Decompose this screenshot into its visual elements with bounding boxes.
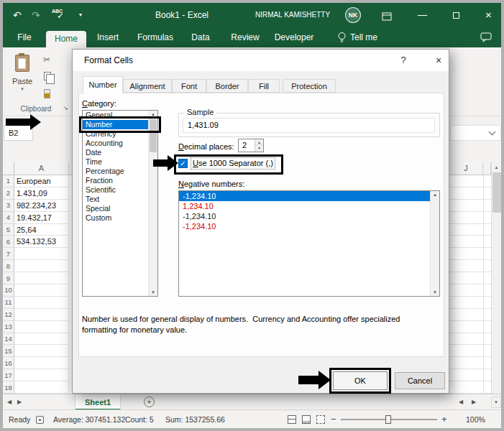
- column-header-j[interactable]: J: [449, 162, 483, 175]
- negative-option[interactable]: -1,234.10: [179, 221, 439, 231]
- add-sheet-button[interactable]: +: [144, 397, 155, 407]
- category-item[interactable]: Special: [83, 204, 157, 213]
- cell[interactable]: [14, 260, 69, 272]
- scroll-up-icon[interactable]: ▲: [492, 162, 501, 172]
- cell[interactable]: [14, 321, 69, 333]
- row-header[interactable]: 12: [3, 309, 14, 321]
- spellcheck-icon[interactable]: ABC ✓: [52, 8, 70, 22]
- tab-data[interactable]: Data: [185, 27, 216, 47]
- cell[interactable]: [449, 248, 491, 260]
- dialog-tab-font[interactable]: Font: [172, 79, 206, 93]
- cell[interactable]: [449, 175, 491, 187]
- cell[interactable]: [449, 284, 491, 297]
- format-painter-icon[interactable]: [44, 89, 50, 98]
- cell[interactable]: [449, 357, 491, 369]
- cell[interactable]: [449, 260, 491, 272]
- dialog-tab-number[interactable]: Number: [83, 76, 123, 93]
- cell[interactable]: [14, 284, 69, 297]
- dialog-help-button[interactable]: ?: [394, 50, 413, 71]
- copy-icon[interactable]: [44, 72, 51, 80]
- maximize-button[interactable]: [444, 3, 469, 27]
- formula-bar-expand-icon[interactable]: [489, 129, 496, 136]
- tab-file[interactable]: File: [9, 27, 40, 47]
- dialog-tab-fill[interactable]: Fill: [248, 79, 280, 93]
- zoom-out-button[interactable]: −: [331, 410, 336, 428]
- row-header[interactable]: 10: [3, 284, 14, 297]
- category-item[interactable]: Accounting: [83, 139, 157, 148]
- zoom-slider-thumb[interactable]: [385, 415, 391, 424]
- row-header[interactable]: 9: [3, 272, 14, 284]
- decimal-places-input[interactable]: 2 ▲ ▼: [238, 139, 264, 152]
- negative-option[interactable]: 1,234.10: [179, 201, 439, 211]
- normal-view-button[interactable]: [288, 415, 296, 424]
- cell[interactable]: [14, 309, 69, 321]
- close-button[interactable]: ×: [476, 3, 501, 27]
- category-item[interactable]: Time: [83, 157, 157, 167]
- category-item[interactable]: Custom: [83, 213, 157, 223]
- cell[interactable]: [449, 381, 491, 394]
- ribbon-display-options-icon[interactable]: [382, 11, 392, 24]
- cell[interactable]: [449, 236, 491, 248]
- sheet-nav-prev-icon[interactable]: ◀: [7, 394, 12, 410]
- row-header[interactable]: 17: [3, 369, 14, 381]
- macro-record-icon[interactable]: [36, 416, 44, 424]
- row-header[interactable]: 11: [3, 297, 14, 309]
- category-item[interactable]: Text: [83, 195, 157, 204]
- scrollbar-thumb[interactable]: [492, 172, 501, 213]
- category-list-scrollbar[interactable]: ▲ ▼: [148, 111, 157, 296]
- minimize-button[interactable]: —: [410, 3, 435, 27]
- vertical-scrollbar[interactable]: ▲: [491, 162, 501, 394]
- cell[interactable]: [449, 309, 491, 321]
- dialog-tab-border[interactable]: Border: [206, 79, 248, 93]
- spinner-down-icon[interactable]: ▼: [255, 145, 263, 151]
- row-header[interactable]: 3: [3, 200, 14, 212]
- qat-menu-icon[interactable]: ▾: [79, 3, 82, 27]
- sheet-tab-sheet1[interactable]: Sheet1: [75, 394, 121, 410]
- tab-developer[interactable]: Developer: [270, 27, 319, 47]
- cell[interactable]: [449, 224, 491, 236]
- negative-list-scrollbar[interactable]: ▲ ▼: [430, 191, 439, 296]
- column-header-a[interactable]: A: [14, 162, 69, 175]
- cancel-button[interactable]: Cancel: [395, 372, 445, 389]
- cell[interactable]: [14, 272, 69, 284]
- cell[interactable]: [449, 187, 491, 200]
- row-header[interactable]: 13: [3, 321, 14, 333]
- sheet-nav-next-icon[interactable]: ▶: [17, 394, 22, 410]
- cell[interactable]: 19.432,17: [14, 212, 69, 224]
- cut-icon[interactable]: ✂: [43, 55, 50, 65]
- avatar[interactable]: NK: [345, 7, 361, 23]
- category-item[interactable]: Scientific: [83, 185, 157, 195]
- row-header[interactable]: 2: [3, 187, 14, 200]
- hscroll-right-icon[interactable]: ▶: [472, 394, 476, 410]
- column-header-partial[interactable]: [483, 162, 491, 175]
- zoom-slider[interactable]: [341, 419, 437, 420]
- dialog-tab-alignment[interactable]: Alignment: [123, 79, 172, 93]
- category-item[interactable]: Fraction: [83, 176, 157, 185]
- scroll-down-icon[interactable]: ▼: [149, 290, 157, 295]
- tab-insert[interactable]: Insert: [91, 27, 124, 47]
- zoom-in-button[interactable]: +: [441, 410, 447, 428]
- hscroll-left-icon[interactable]: ◀: [459, 394, 463, 410]
- row-header[interactable]: 5: [3, 224, 14, 236]
- page-layout-view-button[interactable]: [302, 415, 311, 424]
- cell[interactable]: [449, 321, 491, 333]
- dialog-close-button[interactable]: ×: [428, 50, 449, 71]
- row-header[interactable]: 15: [3, 345, 14, 357]
- cell[interactable]: 534.132,53: [14, 236, 69, 248]
- cell[interactable]: [14, 345, 69, 357]
- cell[interactable]: European: [14, 175, 69, 187]
- cell[interactable]: [14, 333, 69, 346]
- tell-me[interactable]: Tell me: [350, 27, 377, 47]
- row-header[interactable]: 4: [3, 212, 14, 224]
- negative-option[interactable]: -1,234.10: [179, 211, 439, 221]
- row-header[interactable]: 18: [3, 381, 14, 394]
- comment-icon[interactable]: [480, 32, 492, 45]
- negative-option-selected[interactable]: -1,234.10: [179, 191, 439, 201]
- cell[interactable]: [14, 297, 69, 309]
- cell[interactable]: 25,64: [14, 224, 69, 236]
- cell[interactable]: [449, 333, 491, 346]
- cell[interactable]: [449, 200, 491, 212]
- category-item[interactable]: Date: [83, 148, 157, 157]
- cell[interactable]: [14, 381, 69, 394]
- cell[interactable]: [449, 369, 491, 381]
